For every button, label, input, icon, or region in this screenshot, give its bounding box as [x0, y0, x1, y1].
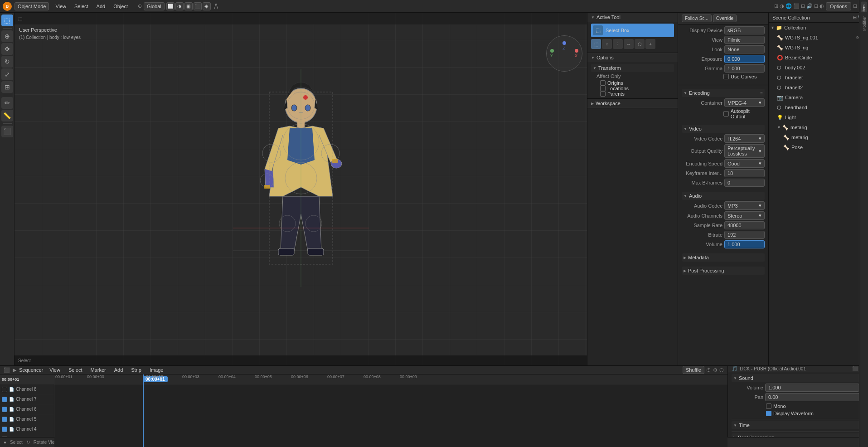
- select-box-item[interactable]: ⬚ Select Box: [591, 24, 674, 37]
- tool-opt-2[interactable]: ○: [602, 39, 612, 49]
- mode-selector[interactable]: Object Mode: [15, 2, 49, 10]
- pan-value[interactable]: 0.00: [765, 393, 864, 401]
- top-icon-8[interactable]: ◐: [820, 3, 824, 9]
- timeline-content[interactable]: 00:00+01 00:00+01 00:00+00 00:00+02 00:0…: [54, 374, 727, 447]
- view-value[interactable]: Filmic: [724, 36, 765, 44]
- sample-rate-value[interactable]: 48000: [724, 221, 765, 229]
- blender-logo-icon[interactable]: B: [3, 2, 12, 11]
- select-tool-button[interactable]: ⬚: [1, 15, 13, 26]
- viewport[interactable]: ⬚ User Perspective (1) Collection | body…: [15, 13, 587, 365]
- volume-value[interactable]: 1.000: [724, 240, 765, 248]
- gamma-value[interactable]: 1.000: [724, 64, 765, 73]
- scale-tool-button[interactable]: ⤢: [1, 68, 13, 80]
- add-cube-button[interactable]: ⬛: [1, 126, 13, 137]
- seq-menu-strip[interactable]: Strip: [127, 366, 145, 374]
- ch8-checkbox[interactable]: [2, 387, 7, 392]
- seq-full-icon[interactable]: ⬡: [719, 367, 724, 373]
- options-button[interactable]: Options: [826, 2, 851, 10]
- audio-header[interactable]: ▼ Audio: [682, 192, 765, 200]
- sound-subsection-header[interactable]: ▼ Sound: [732, 374, 864, 382]
- audio-channels-value[interactable]: Stereo ▾: [724, 211, 765, 220]
- autosplit-checkbox[interactable]: [723, 111, 729, 117]
- top-icon-6[interactable]: 🔊: [806, 3, 813, 9]
- video-header[interactable]: ▼ Video: [682, 125, 765, 133]
- scene-filter-icon[interactable]: ⊟: [853, 15, 857, 20]
- post-proc-subsection-header[interactable]: ▶ Post Processing: [732, 433, 864, 437]
- collection-item-light[interactable]: 💡 Light 👁: [769, 112, 868, 122]
- options-header[interactable]: ▼ Options: [587, 53, 678, 62]
- viewport-nav-gizmo[interactable]: Z X Y: [546, 35, 582, 72]
- tool-opt-3[interactable]: ⋮: [613, 39, 623, 49]
- xray-icon[interactable]: ▣: [184, 2, 193, 10]
- encoding-header[interactable]: ▼ Encoding ≡: [682, 89, 765, 97]
- waveform-checkbox[interactable]: [766, 411, 771, 416]
- solid-icon[interactable]: ◉: [203, 2, 211, 10]
- look-value[interactable]: None: [724, 45, 765, 53]
- container-value[interactable]: MPEG-4 ▾: [724, 98, 765, 107]
- collection-item-wgts1[interactable]: 🦴 WGTS_rig.001 99 👁: [769, 33, 868, 43]
- mono-checkbox[interactable]: [766, 403, 771, 409]
- top-icon-5[interactable]: ⊞: [801, 3, 805, 9]
- seq-settings-icon[interactable]: ⚙: [713, 367, 718, 373]
- audio-codec-value[interactable]: MP3 ▾: [724, 201, 765, 210]
- transform-subsection[interactable]: ▼ Transform: [591, 64, 674, 72]
- encoding-speed-value[interactable]: Good ▾: [724, 159, 765, 168]
- collection-item-bezier[interactable]: ⭕ BezierCircle 👁: [769, 53, 868, 63]
- collection-item-headband[interactable]: ⬡ headband 👁: [769, 102, 868, 112]
- ch4-checkbox[interactable]: [2, 427, 7, 432]
- transform-tool-button[interactable]: ⊞: [1, 81, 13, 93]
- encoding-menu-icon[interactable]: ≡: [760, 91, 763, 96]
- tool-opt-1[interactable]: ⬚: [591, 39, 601, 49]
- shuffle-selector[interactable]: Shuffle: [683, 366, 704, 374]
- collection-item-bracelet[interactable]: ⬡ bracelet 👁: [769, 73, 868, 83]
- metadata-header[interactable]: ▶ Metadata: [682, 253, 765, 262]
- top-icon-7[interactable]: ⊟: [814, 3, 818, 9]
- menu-object[interactable]: Object: [110, 3, 131, 10]
- collection-item-wgts2[interactable]: 🦴 WGTS_rig 👁: [769, 43, 868, 53]
- measure-tool-button[interactable]: 📏: [1, 110, 13, 121]
- active-tool-header[interactable]: ▼ Active Tool: [587, 13, 678, 22]
- collection-item-root[interactable]: ▼ 📁 Collection 👁: [769, 23, 868, 33]
- tool-opt-4[interactable]: ∼: [624, 39, 634, 49]
- move-tool-button[interactable]: ✥: [1, 43, 13, 55]
- top-icon-1[interactable]: ⊞: [774, 3, 778, 9]
- parents-checkbox[interactable]: [600, 91, 606, 97]
- cursor-tool-button[interactable]: ⊕: [1, 30, 13, 42]
- top-icon-2[interactable]: ◑: [780, 3, 784, 9]
- video-codec-value[interactable]: H.264 ▾: [724, 134, 765, 143]
- use-curves-checkbox[interactable]: [723, 74, 729, 79]
- tool-opt-6[interactable]: +: [645, 39, 655, 49]
- collection-item-pose[interactable]: 🦴 Pose: [769, 142, 868, 152]
- collection-item-metarig[interactable]: ▼ 🦴 metarig 👁: [769, 122, 868, 132]
- wireframe-icon[interactable]: ⬛: [194, 2, 202, 10]
- seq-menu-add[interactable]: Add: [111, 366, 127, 374]
- output-quality-value[interactable]: Perceptually Lossless ▾: [724, 144, 765, 158]
- collection-item-metarig-child[interactable]: 🦴 metarig 99: [769, 132, 868, 142]
- locations-checkbox[interactable]: [600, 86, 606, 91]
- tool-opt-5[interactable]: ⬡: [635, 39, 645, 49]
- seq-sync-icon[interactable]: ⏱: [706, 367, 711, 373]
- exposure-value[interactable]: 0.000: [724, 55, 765, 63]
- menu-view[interactable]: View: [52, 3, 70, 10]
- max-bframes-value[interactable]: 0: [724, 179, 765, 187]
- ch7-checkbox[interactable]: [2, 397, 7, 402]
- menu-add[interactable]: Add: [93, 3, 109, 10]
- overlays-icon[interactable]: ◑: [175, 2, 184, 10]
- display-device-value[interactable]: sRGB: [724, 26, 765, 34]
- rotate-tool-button[interactable]: ↻: [1, 56, 13, 68]
- follow-scene-button[interactable]: Follow Sc...: [682, 15, 712, 22]
- filter-icon[interactable]: ⊟: [853, 3, 857, 9]
- time-subsection-header[interactable]: ▼ Time: [732, 421, 864, 429]
- time-cursor[interactable]: [143, 374, 144, 447]
- menu-select[interactable]: Select: [71, 3, 92, 10]
- top-icon-4[interactable]: ⬛: [793, 3, 800, 9]
- sound-volume-value[interactable]: 1.000: [765, 384, 859, 392]
- origins-checkbox[interactable]: [600, 80, 606, 86]
- workspace-header[interactable]: ▶ Workspace: [587, 99, 678, 108]
- collection-item-bracelt2[interactable]: ⬡ bracelt2 👁: [769, 83, 868, 92]
- global-selector[interactable]: Global: [144, 2, 165, 10]
- ch6-checkbox[interactable]: [2, 407, 7, 412]
- bitrate-value[interactable]: 192: [724, 231, 765, 239]
- seq-menu-image[interactable]: Image: [146, 366, 167, 374]
- seq-menu-view[interactable]: View: [46, 366, 64, 374]
